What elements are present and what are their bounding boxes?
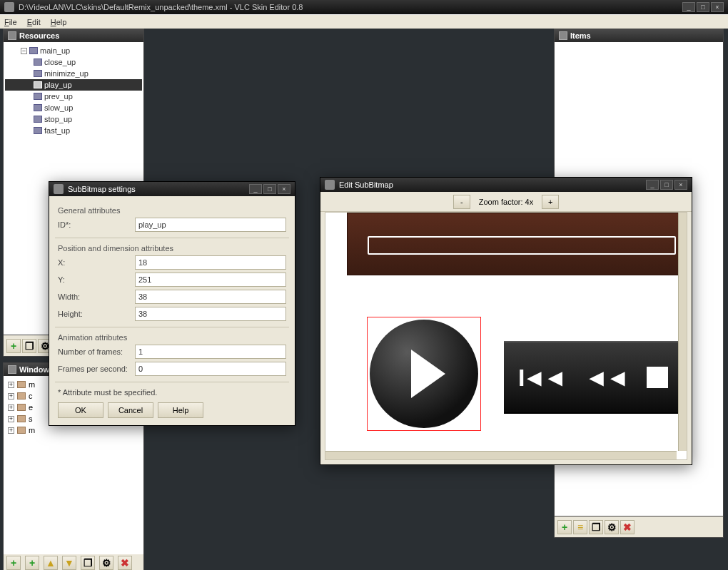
id-label: ID*: [58, 220, 135, 229]
tree-label: slow_up [44, 103, 73, 112]
close-button[interactable]: × [711, 2, 724, 12]
bitmap-icon [34, 116, 42, 123]
dialog-title: SubBitmap settings [68, 185, 245, 193]
resources-title: Resources [19, 31, 59, 40]
group-label: Animation attributes [58, 333, 286, 342]
maximize-button[interactable]: □ [697, 2, 709, 12]
rewind-icon: ◄◄ [585, 364, 627, 392]
tree-row[interactable]: − main_up [5, 45, 142, 56]
copy-button[interactable]: ❐ [81, 556, 95, 570]
collapse-icon[interactable]: − [21, 48, 27, 54]
bitmap-icon [34, 127, 42, 134]
zoom-label: Zoom factor: 4x [475, 198, 537, 206]
group-label: General attributes [58, 206, 286, 215]
zoom-toolbar: - Zoom factor: 4x + [320, 192, 692, 212]
bitmap-canvas[interactable]: I◄◄ ◄◄ [325, 212, 687, 460]
height-field[interactable] [135, 307, 286, 321]
move-down-button[interactable]: ▼ [62, 556, 76, 570]
window-title: D:\VideoLAN\VLC\skins\DefaultRemix_unpac… [19, 3, 682, 11]
frames-field[interactable] [135, 345, 286, 359]
bitmap-icon [34, 104, 42, 111]
delete-button[interactable]: ✖ [118, 556, 132, 570]
skin-controlbar-graphic: I◄◄ ◄◄ [504, 341, 687, 414]
expand-icon[interactable]: + [8, 427, 14, 434]
main-titlebar: D:\VideoLAN\VLC\skins\DefaultRemix_unpac… [0, 0, 728, 14]
items-icon [559, 31, 567, 40]
list-item[interactable]: +m [5, 424, 142, 436]
dialog-icon [325, 180, 335, 190]
help-button[interactable]: Help [158, 402, 203, 418]
windows-icon [8, 365, 16, 374]
minimize-button[interactable]: _ [682, 2, 695, 12]
bitmap-icon [34, 81, 42, 88]
subbitmap-settings-dialog: SubBitmap settings _ □ × General attribu… [49, 181, 295, 426]
add-button[interactable]: + [557, 520, 572, 534]
window-icon [17, 381, 26, 388]
tree-row[interactable]: stop_up [5, 113, 142, 125]
window-icon [17, 415, 26, 422]
minimize-button[interactable]: _ [249, 184, 262, 194]
copy-button[interactable]: ❐ [589, 520, 603, 534]
scrollbar-vertical[interactable] [678, 213, 687, 451]
zoom-in-button[interactable]: + [542, 195, 559, 209]
id-field[interactable] [135, 218, 286, 232]
menu-file[interactable]: FFileile [4, 18, 17, 26]
items-toolbar: + ≡ ❐ ⚙ ✖ [554, 516, 724, 538]
tree-label: stop_up [44, 115, 72, 123]
prev-icon: I◄◄ [518, 364, 565, 392]
width-field[interactable] [135, 290, 286, 304]
copy-button[interactable]: ❐ [22, 339, 36, 353]
add-layout-button[interactable]: + [25, 556, 39, 570]
move-up-button[interactable]: ▲ [44, 556, 58, 570]
fps-field[interactable] [135, 362, 286, 376]
selection-rect[interactable] [367, 317, 481, 431]
y-label: Y: [58, 275, 135, 284]
add-button[interactable]: + [6, 556, 21, 570]
tree-label: play_up [44, 81, 72, 89]
zoom-out-button[interactable]: - [453, 195, 470, 209]
tree-row[interactable]: slow_up [5, 102, 142, 113]
close-button[interactable]: × [278, 184, 290, 194]
bitmap-icon [29, 47, 38, 54]
height-label: Height: [58, 310, 135, 318]
scrollbar-horizontal[interactable] [325, 451, 677, 459]
menu-edit[interactable]: Edit [27, 18, 41, 26]
frames-label: Number of frames: [58, 347, 135, 356]
add-button[interactable]: + [6, 339, 21, 353]
expand-icon[interactable]: + [8, 416, 14, 422]
props-button[interactable]: ⚙ [99, 556, 113, 570]
move-button[interactable]: ≡ [573, 520, 587, 534]
edit-subbitmap-dialog: Edit SubBitmap _ □ × - Zoom factor: 4x + [320, 177, 692, 465]
expand-icon[interactable]: + [8, 382, 14, 388]
tree-row[interactable]: fast_up [5, 125, 142, 136]
minimize-button[interactable]: _ [646, 180, 659, 190]
group-label: Position and dimension attributes [58, 244, 286, 253]
cancel-button[interactable]: Cancel [108, 402, 153, 418]
expand-icon[interactable]: + [8, 393, 14, 399]
bitmap-icon [34, 93, 42, 100]
bitmap-icon [34, 58, 42, 66]
menu-help[interactable]: Help [51, 18, 67, 26]
tree-row[interactable]: close_up [5, 56, 142, 68]
window-icon [17, 392, 26, 399]
resources-tree[interactable]: − main_up close_up minimize_up play_up p… [4, 42, 143, 139]
tree-label: main_up [40, 46, 70, 55]
maximize-button[interactable]: □ [660, 180, 673, 190]
close-button[interactable]: × [674, 180, 687, 190]
maximize-button[interactable]: □ [263, 184, 276, 194]
x-field[interactable] [135, 255, 286, 270]
fps-label: Frames per second: [58, 365, 135, 373]
tree-row[interactable]: minimize_up [5, 68, 142, 79]
tree-label: close_up [44, 58, 76, 66]
props-button[interactable]: ⚙ [605, 520, 619, 534]
tree-row[interactable]: play_up [5, 79, 142, 91]
delete-button[interactable]: ✖ [620, 520, 635, 534]
items-title: Items [570, 31, 591, 40]
dialog-title: Edit SubBitmap [339, 180, 642, 189]
ok-button[interactable]: OK [58, 402, 103, 418]
menubar: FFileile Edit Help [0, 14, 728, 29]
y-field[interactable] [135, 273, 286, 287]
tree-label: fast_up [44, 126, 70, 135]
expand-icon[interactable]: + [8, 404, 14, 411]
tree-row[interactable]: prev_up [5, 91, 142, 102]
